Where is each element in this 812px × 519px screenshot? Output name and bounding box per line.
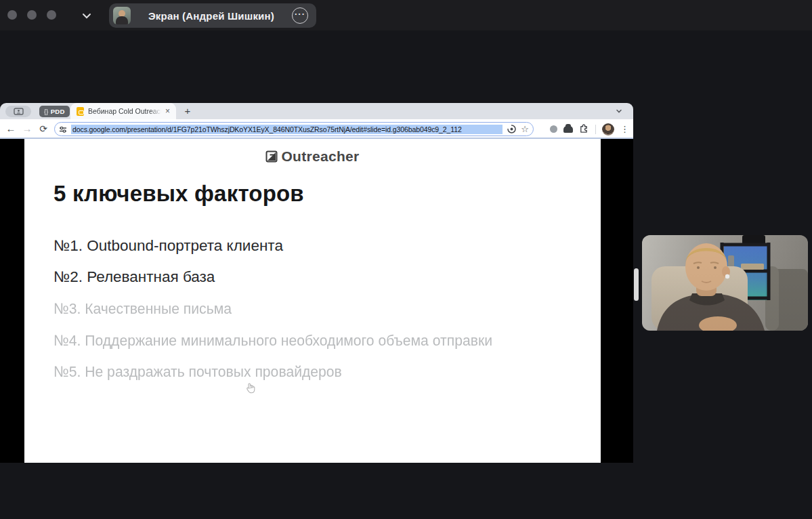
google-lens-icon[interactable] <box>507 125 516 133</box>
slide-heading: 5 ключевых факторов <box>54 181 304 207</box>
extension-icon-dark[interactable] <box>563 126 573 133</box>
slide-item-2: №2. Релевантная база <box>54 268 215 286</box>
extensions-puzzle-icon[interactable] <box>579 124 589 134</box>
tab-group-pdd[interactable]: {} PDD <box>39 106 70 117</box>
zoom-window-button[interactable] <box>47 10 56 20</box>
webcam-video-tile[interactable] <box>642 235 808 331</box>
screen-share-indicator[interactable] <box>5 106 31 117</box>
slide-item-4: №4. Поддержание минимального необходимог… <box>54 332 492 350</box>
pdd-group-label: PDD <box>51 108 65 115</box>
more-options-icon[interactable]: ··· <box>292 7 308 24</box>
browser-tab-active[interactable]: Вебинар Cold Outreach в Р × <box>70 103 176 119</box>
browser-menu-icon[interactable]: ⋮ <box>620 124 629 134</box>
site-settings-icon[interactable] <box>59 126 67 133</box>
reload-button[interactable]: ⟳ <box>35 123 51 134</box>
minimize-window-button[interactable] <box>27 10 37 20</box>
active-speaker-tab[interactable]: Экран (Андрей Шишкин) ··· <box>109 3 316 28</box>
bookmark-star-icon[interactable]: ☆ <box>521 125 529 133</box>
video-panel-drag-handle[interactable] <box>634 268 639 301</box>
slide-item-5: №5. Не раздражать почтовых провайдеров <box>54 363 342 381</box>
presentation-slide: Outreacher 5 ключевых факторов №1. Outbo… <box>24 139 601 463</box>
outreacher-logo-icon <box>265 150 278 163</box>
pdd-group-icon: {} <box>44 108 49 115</box>
tab-close-icon[interactable]: × <box>165 107 170 115</box>
extension-icon-gray[interactable] <box>550 125 557 133</box>
avatar-bust-shape <box>116 16 128 24</box>
forward-button: → <box>19 123 35 134</box>
tabstrip-chevron-icon[interactable] <box>612 105 626 117</box>
back-button[interactable]: ← <box>3 123 19 134</box>
slide-item-1: №1. Outbound-портрета клиента <box>54 237 283 255</box>
shared-screen-title: Экран (Андрей Шишкин) <box>137 10 285 22</box>
toolbar-divider <box>595 125 596 134</box>
browser-toolbar: ← → ⟳ docs.google.com/presentation/d/1FG… <box>0 119 633 139</box>
outreacher-logo: Outreacher <box>24 148 601 165</box>
browser-tabstrip: {} PDD Вебинар Cold Outreach в Р × + <box>0 103 633 119</box>
toolbar-extensions-area: ⋮ <box>550 119 629 139</box>
new-tab-button[interactable]: + <box>181 105 194 117</box>
google-slides-icon <box>77 107 84 116</box>
browser-profile-avatar[interactable] <box>602 123 614 136</box>
monitor-person-icon <box>14 108 24 115</box>
outreacher-logo-text: Outreacher <box>281 148 359 165</box>
webcam-scene <box>642 235 808 331</box>
close-window-button[interactable] <box>7 10 17 20</box>
tab-title: Вебинар Cold Outreach в Р <box>88 107 161 115</box>
url-address-bar[interactable]: docs.google.com/presentation/d/1FG7p21oT… <box>54 122 534 136</box>
shared-screen-region: {} PDD Вебинар Cold Outreach в Р × + ← →… <box>0 103 633 463</box>
speaker-avatar <box>113 7 131 24</box>
slide-item-3: №3. Качественные письма <box>54 300 232 318</box>
remote-cursor-hand-icon <box>245 382 256 394</box>
chevron-down-icon[interactable] <box>80 9 93 22</box>
url-text-selected[interactable]: docs.google.com/presentation/d/1FG7p21oT… <box>71 125 503 134</box>
browser-viewport: Outreacher 5 ключевых факторов №1. Outbo… <box>0 139 633 463</box>
meeting-titlebar: Экран (Андрей Шишкин) ··· <box>0 0 812 30</box>
